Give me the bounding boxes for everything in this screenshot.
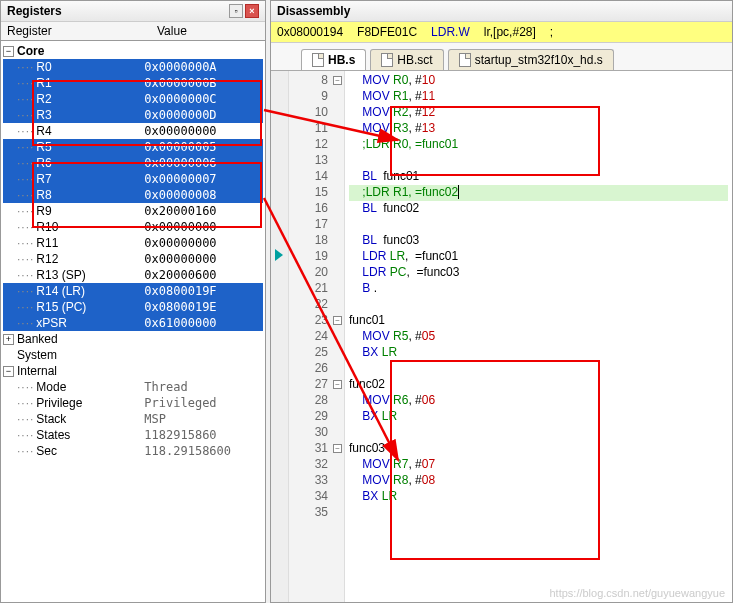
collapse-icon[interactable]: − xyxy=(3,366,14,377)
breakpoint-column[interactable] xyxy=(271,71,289,602)
code-line[interactable]: MOV R7, #07 xyxy=(349,457,728,473)
file-tab[interactable]: HB.sct xyxy=(370,49,443,70)
tree-banked[interactable]: + Banked xyxy=(3,331,263,347)
register-row[interactable]: ····R10x0000000B xyxy=(3,75,263,91)
register-row[interactable]: ····R14 (LR)0x0800019F xyxy=(3,283,263,299)
file-tab[interactable]: startup_stm32f10x_hd.s xyxy=(448,49,614,70)
register-row[interactable]: ····R110x00000000 xyxy=(3,235,263,251)
disassembly-header: Disassembly xyxy=(271,1,732,22)
file-icon xyxy=(459,53,471,67)
file-icon xyxy=(381,53,393,67)
registers-panel: Registers ▫ × Register Value − Core ····… xyxy=(0,0,266,603)
disasm-extra: ; xyxy=(550,25,553,39)
registers-tree[interactable]: − Core ····R00x0000000A····R10x0000000B·… xyxy=(1,41,265,602)
code-line[interactable]: func03 xyxy=(349,441,728,457)
file-icon xyxy=(312,53,324,67)
internal-row[interactable]: ····ModeThread xyxy=(3,379,263,395)
tree-internal[interactable]: − Internal xyxy=(3,363,263,379)
code-line[interactable]: func01 xyxy=(349,313,728,329)
pin-button[interactable]: ▫ xyxy=(229,4,243,18)
disassembly-panel: Disassembly 0x08000194 F8DFE01C LDR.W lr… xyxy=(270,0,733,603)
collapse-icon[interactable]: − xyxy=(3,46,14,57)
code-line[interactable]: MOV R5, #05 xyxy=(349,329,728,345)
line-gutter[interactable]: 8−91011121314151617181920212223−24252627… xyxy=(289,71,345,602)
register-row[interactable]: ····R15 (PC)0x0800019E xyxy=(3,299,263,315)
code-line[interactable]: LDR PC, =func03 xyxy=(349,265,728,281)
registers-header: Registers ▫ × xyxy=(1,1,265,22)
code-line[interactable]: BX LR xyxy=(349,489,728,505)
code-line[interactable]: ;LDR R0, =func01 xyxy=(349,137,728,153)
register-row[interactable]: ····R30x0000000D xyxy=(3,107,263,123)
code-body[interactable]: MOV R0, #10 MOV R1, #11 MOV R2, #12 MOV … xyxy=(345,71,732,602)
registers-title: Registers xyxy=(7,4,62,18)
code-line[interactable]: ;LDR R1, =func02 xyxy=(349,185,728,201)
internal-row[interactable]: ····StackMSP xyxy=(3,411,263,427)
close-button[interactable]: × xyxy=(245,4,259,18)
code-line[interactable]: func02 xyxy=(349,377,728,393)
code-line[interactable]: MOV R0, #10 xyxy=(349,73,728,89)
code-line[interactable]: BL func01 xyxy=(349,169,728,185)
register-row[interactable]: ····xPSR0x61000000 xyxy=(3,315,263,331)
register-row[interactable]: ····R60x00000006 xyxy=(3,155,263,171)
code-line[interactable]: MOV R3, #13 xyxy=(349,121,728,137)
tree-core[interactable]: − Core xyxy=(3,43,263,59)
expand-icon[interactable]: + xyxy=(3,334,14,345)
register-row[interactable]: ····R20x0000000C xyxy=(3,91,263,107)
register-row[interactable]: ····R90x20000160 xyxy=(3,203,263,219)
register-row[interactable]: ····R100x00000000 xyxy=(3,219,263,235)
code-line[interactable]: B . xyxy=(349,281,728,297)
disasm-operands: lr,[pc,#28] xyxy=(484,25,536,39)
code-line[interactable]: MOV R8, #08 xyxy=(349,473,728,489)
code-line[interactable]: LDR LR, =func01 xyxy=(349,249,728,265)
code-line[interactable] xyxy=(349,153,728,169)
tree-system[interactable]: System xyxy=(3,347,263,363)
internal-row[interactable]: ····Sec118.29158600 xyxy=(3,443,263,459)
code-line[interactable]: BX LR xyxy=(349,345,728,361)
register-row[interactable]: ····R40x00000000 xyxy=(3,123,263,139)
disasm-addr: 0x08000194 xyxy=(277,25,343,39)
exec-pointer-icon xyxy=(275,249,283,261)
code-line[interactable]: MOV R1, #11 xyxy=(349,89,728,105)
internal-row[interactable]: ····States1182915860 xyxy=(3,427,263,443)
code-line[interactable] xyxy=(349,217,728,233)
register-row[interactable]: ····R13 (SP)0x20000600 xyxy=(3,267,263,283)
register-row[interactable]: ····R00x0000000A xyxy=(3,59,263,75)
register-row[interactable]: ····R70x00000007 xyxy=(3,171,263,187)
registers-table-head: Register Value xyxy=(1,22,265,41)
internal-row[interactable]: ····PrivilegePrivileged xyxy=(3,395,263,411)
col-value[interactable]: Value xyxy=(151,22,265,41)
register-row[interactable]: ····R50x00000005 xyxy=(3,139,263,155)
code-line[interactable] xyxy=(349,505,728,521)
register-row[interactable]: ····R120x00000000 xyxy=(3,251,263,267)
disassembly-title: Disassembly xyxy=(277,4,350,18)
register-row[interactable]: ····R80x00000008 xyxy=(3,187,263,203)
disasm-bytes: F8DFE01C xyxy=(357,25,417,39)
code-line[interactable]: BL func03 xyxy=(349,233,728,249)
code-line[interactable]: MOV R2, #12 xyxy=(349,105,728,121)
col-register[interactable]: Register xyxy=(1,22,151,41)
disassembly-line[interactable]: 0x08000194 F8DFE01C LDR.W lr,[pc,#28] ; xyxy=(271,22,732,43)
code-line[interactable]: MOV R6, #06 xyxy=(349,393,728,409)
code-line[interactable] xyxy=(349,297,728,313)
code-editor[interactable]: 8−91011121314151617181920212223−24252627… xyxy=(271,71,732,602)
code-line[interactable]: BX LR xyxy=(349,409,728,425)
code-line[interactable] xyxy=(349,361,728,377)
file-tab[interactable]: HB.s xyxy=(301,49,366,70)
watermark: https://blog.csdn.net/guyuewangyue xyxy=(549,587,725,599)
disasm-mnemonic: LDR.W xyxy=(431,25,470,39)
code-line[interactable]: BL func02 xyxy=(349,201,728,217)
code-line[interactable] xyxy=(349,425,728,441)
file-tabs: HB.sHB.sctstartup_stm32f10x_hd.s xyxy=(271,43,732,71)
